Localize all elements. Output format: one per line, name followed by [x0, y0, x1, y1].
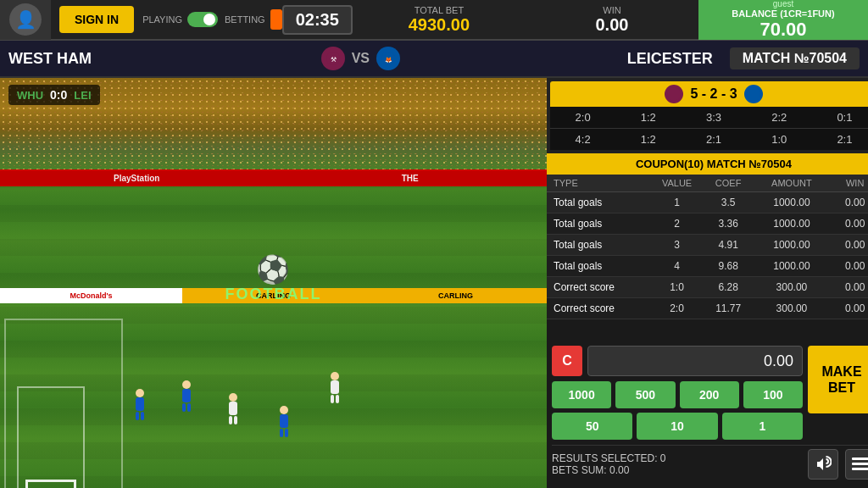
balance-label: BALANCE (1CR=1FUN) — [732, 8, 834, 19]
score-cell[interactable]: 2:2 — [747, 109, 812, 125]
clear-button[interactable]: C — [552, 346, 582, 376]
score-cell[interactable]: 3:3 — [681, 109, 746, 125]
coupon-win-4: 0.00 — [829, 281, 868, 293]
chip-10-button[interactable]: 10 — [637, 413, 717, 440]
coupon-table: TYPE VALUE COEF AMOUNT WIN Total goals 1… — [547, 175, 868, 341]
bottom-controls: C 1000500200100 50101 MAKEBET RESULTS SE… — [547, 341, 868, 488]
away-team-name: LEICESTER — [400, 50, 713, 68]
coupon-row[interactable]: Correct score 2:0 11.77 300.00 0.00 — [547, 298, 868, 319]
coupon-win-5: 0.00 — [829, 302, 868, 314]
vs-text: VS — [352, 51, 370, 66]
score-away-abbr: LEI — [74, 89, 91, 102]
coupon-coef-3: 9.68 — [703, 260, 754, 272]
coupon-value-4: 1:0 — [651, 281, 703, 293]
coupon-row[interactable]: Total goals 4 9.68 1000.00 0.00 — [547, 256, 868, 277]
scoreboard-overlay: WHU 0:0 LEI — [8, 85, 100, 105]
col-amount-header: AMOUNT — [754, 175, 829, 191]
coupon-win-1: 0.00 — [829, 218, 868, 230]
input-row: C — [552, 346, 803, 376]
score-cell[interactable]: 1:2 — [615, 109, 681, 125]
coupon-row[interactable]: Correct score 1:0 6.28 300.00 0.00 — [547, 277, 868, 298]
player-3 — [229, 393, 237, 424]
player-5 — [331, 372, 339, 403]
coupon-type-2: Total goals — [547, 239, 651, 251]
score-row-2: 4:21:22:11:02:1 — [550, 129, 868, 150]
col-type-header: TYPE — [547, 175, 651, 191]
chip-1-button[interactable]: 1 — [722, 413, 803, 440]
main-content: PlayStation THE McDonald's CARLING CARLI… — [0, 78, 868, 488]
chip-100-button[interactable]: 100 — [743, 381, 803, 408]
score-cell[interactable]: 2:1 — [681, 131, 746, 147]
vs-area: ⚒ VS 🦊 — [321, 47, 400, 70]
coupon-coef-2: 4.91 — [703, 239, 754, 251]
coupon-win-2: 0.00 — [829, 239, 868, 251]
score-home-abbr: WHU — [17, 89, 43, 102]
menu-icon-button[interactable] — [845, 449, 868, 480]
score-cell[interactable]: 2:1 — [812, 131, 868, 147]
playing-toggle[interactable] — [187, 12, 218, 27]
player-1 — [136, 389, 144, 420]
score-cell[interactable]: 2:0 — [550, 109, 615, 125]
status-row: RESULTS SELECTED: 0 BETS SUM: 0.00 — [552, 445, 868, 483]
balance-area: guest BALANCE (1CR=1FUN) 70.00 — [698, 0, 868, 40]
balance-value: 70.00 — [760, 19, 806, 41]
score-grid: 5 - 2 - 3 2:01:23:32:20:1 4:21:22:11:02:… — [547, 78, 868, 153]
coupon-amount-4: 300.00 — [754, 281, 829, 293]
penalty-area-left — [4, 319, 123, 488]
chip-50-button[interactable]: 50 — [552, 413, 632, 440]
coupon-row[interactable]: Total goals 2 3.36 1000.00 0.00 — [547, 214, 868, 235]
coupon-row[interactable]: Total goals 1 3.5 1000.00 0.00 — [547, 192, 868, 214]
timer: 02:35 — [282, 5, 353, 35]
coupon-value-0: 1 — [651, 197, 703, 208]
score-cell[interactable]: 4:2 — [550, 131, 615, 147]
score-cell[interactable]: 1:2 — [615, 131, 681, 147]
svg-text:🦊: 🦊 — [385, 56, 392, 64]
col-value-header: VALUE — [651, 175, 703, 191]
coupon-type-3: Total goals — [547, 260, 651, 272]
coupon-amount-5: 300.00 — [754, 302, 829, 314]
live-score: 0:0 — [50, 88, 67, 102]
match-number: MATCH №70504 — [730, 47, 860, 69]
score-cell[interactable]: 0:1 — [812, 109, 868, 125]
coupon-header: COUPON(10) MATCH №70504 — [547, 153, 868, 175]
svg-point-5 — [747, 87, 760, 101]
goal-post — [25, 480, 76, 488]
total-bet-value: 4930.00 — [353, 15, 526, 35]
bets-sum: BETS SUM: 0.00 — [552, 464, 665, 476]
coupon-type-1: Total goals — [547, 218, 651, 230]
coupon-row[interactable]: Total goals 3 4.91 1000.00 0.00 — [547, 235, 868, 256]
volume-icon-button[interactable] — [808, 449, 838, 480]
svg-rect-7 — [852, 463, 868, 465]
coupon-coef-4: 6.28 — [703, 281, 754, 293]
score-cell[interactable]: 1:0 — [747, 131, 812, 147]
chip-500-button[interactable]: 500 — [615, 381, 675, 408]
sign-in-button[interactable]: SIGN IN — [59, 6, 134, 33]
coupon-rows-container: Total goals 1 3.5 1000.00 0.00 Total goa… — [547, 192, 868, 319]
score-header-away-badge — [744, 85, 763, 103]
chip-row1: 1000500200100 — [552, 381, 803, 408]
bet-action-area: C 1000500200100 50101 MAKEBET — [552, 346, 868, 440]
home-team-badge: ⚒ — [321, 47, 345, 70]
right-panel: 5 - 2 - 3 2:01:23:32:20:1 4:21:22:11:02:… — [547, 78, 868, 488]
chip-1000-button[interactable]: 1000 — [552, 381, 611, 408]
football-text: FOOTBALL — [225, 286, 322, 303]
coupon-type-5: Correct score — [547, 302, 651, 314]
football-logo: ⚽ FOOTBALL — [225, 253, 322, 303]
player-4 — [280, 406, 288, 437]
col-win-header: WIN — [829, 175, 868, 191]
coupon-win-0: 0.00 — [829, 197, 868, 208]
bottom-icons — [808, 449, 868, 480]
betting-label: BETTING — [225, 14, 265, 25]
betting-indicator — [270, 9, 282, 30]
guest-label: guest — [773, 0, 793, 8]
playing-area: PLAYING — [142, 12, 218, 27]
chip-200-button[interactable]: 200 — [680, 381, 739, 408]
chip-row2: 50101 — [552, 413, 803, 440]
bet-input[interactable] — [587, 346, 803, 376]
coupon-value-1: 2 — [651, 218, 703, 230]
top-bar: 👤 SIGN IN PLAYING BETTING 02:35 TOTAL BE… — [0, 0, 868, 41]
coupon-value-3: 4 — [651, 260, 703, 272]
make-bet-button[interactable]: MAKEBET — [808, 346, 868, 413]
coupon-coef-1: 3.36 — [703, 218, 754, 230]
coupon-coef-0: 3.5 — [703, 197, 754, 208]
